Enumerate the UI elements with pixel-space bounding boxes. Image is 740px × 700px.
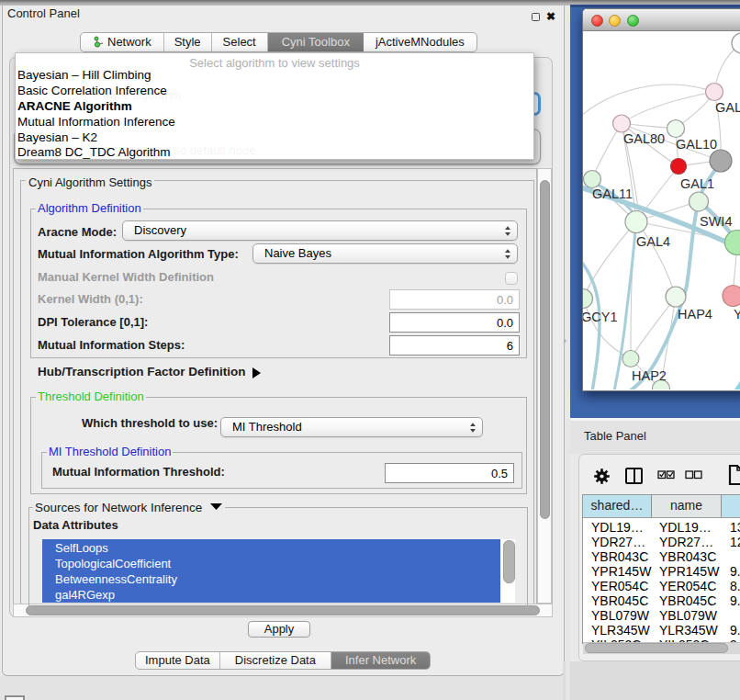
svg-text:GAL4: GAL4 (636, 234, 670, 249)
svg-text:YJ: YJ (734, 307, 740, 322)
svg-text:HAP2: HAP2 (632, 368, 667, 383)
svg-text:GAL7: GAL7 (715, 100, 740, 115)
svg-text:SWI4: SWI4 (700, 214, 732, 229)
svg-text:GAL10: GAL10 (676, 137, 717, 152)
svg-text:GAL11: GAL11 (592, 186, 633, 201)
svg-text:GAL1: GAL1 (680, 176, 714, 191)
svg-text:GAL80: GAL80 (623, 131, 665, 146)
svg-text:GCY1: GCY1 (583, 310, 618, 324)
svg-text:HAP4: HAP4 (678, 307, 712, 322)
